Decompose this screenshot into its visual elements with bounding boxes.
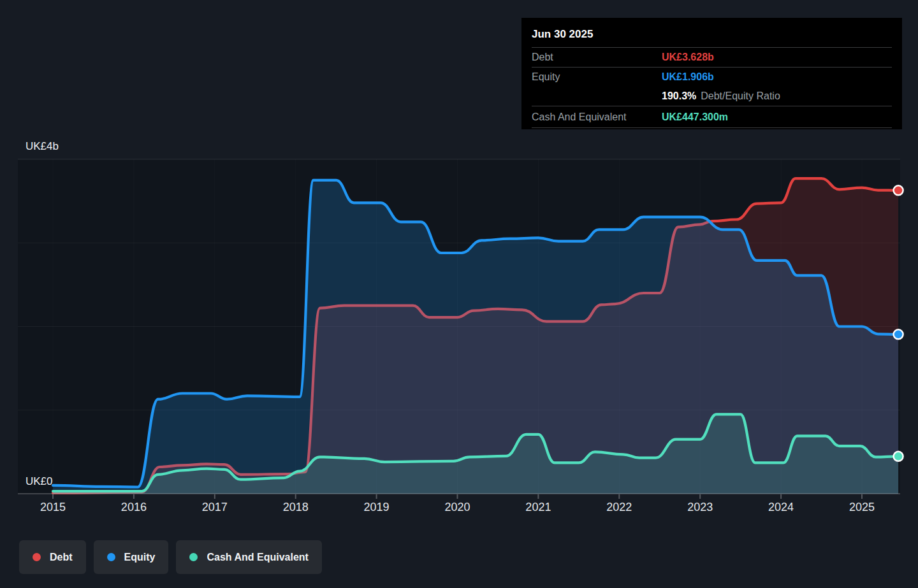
x-axis-label: 2018 (283, 501, 309, 514)
x-axis-label: 2022 (606, 501, 632, 514)
tooltip-debt-row: Debt UK£3.628b (532, 47, 892, 67)
x-axis-label: 2016 (121, 501, 147, 514)
x-axis-label: 2024 (768, 501, 794, 514)
x-axis-label: 2015 (40, 501, 66, 514)
tooltip-date: Jun 30 2025 (532, 24, 892, 47)
x-axis-label: 2021 (525, 501, 551, 514)
x-axis-label: 2020 (444, 501, 470, 514)
legend-equity-label: Equity (124, 552, 156, 563)
debt-series-dot-icon (33, 553, 41, 561)
tooltip-cash-label: Cash And Equivalent (532, 111, 662, 123)
legend-item-equity[interactable]: Equity (94, 540, 169, 574)
legend-item-debt[interactable]: Debt (19, 540, 86, 574)
tooltip-ratio-value: 190.3% (662, 90, 696, 102)
tooltip-debt-value: UK£3.628b (662, 52, 714, 63)
tooltip-equity-label: Equity (532, 71, 662, 83)
chart-tooltip: Jun 30 2025 Debt UK£3.628b Equity UK£1.9… (521, 18, 902, 129)
legend-cash-label: Cash And Equivalent (207, 552, 308, 563)
tooltip-equity-value: UK£1.906b (662, 71, 714, 83)
x-axis-label: 2019 (364, 501, 390, 514)
x-axis-label: 2017 (202, 501, 228, 514)
balance-sheet-history-chart: UK£4b UK£0 2015 2016 2017 2018 2019 2020… (0, 0, 918, 588)
chart-legend: Debt Equity Cash And Equivalent (19, 540, 322, 574)
tooltip-ratio-label: Debt/Equity Ratio (701, 90, 780, 102)
legend-debt-label: Debt (50, 552, 73, 563)
tooltip-equity-row: Equity UK£1.906b (532, 67, 892, 87)
tooltip-cash-value: UK£447.300m (662, 111, 728, 123)
tooltip-cash-row: Cash And Equivalent UK£447.300m (532, 106, 892, 128)
y-axis-label-zero: UK£0 (26, 475, 53, 488)
y-axis-label-top: UK£4b (26, 140, 59, 153)
legend-item-cash[interactable]: Cash And Equivalent (176, 540, 321, 574)
tooltip-ratio-row: 190.3% Debt/Equity Ratio (532, 87, 892, 106)
tooltip-debt-label: Debt (532, 52, 662, 63)
x-axis-label: 2023 (687, 501, 713, 514)
equity-series-dot-icon (107, 553, 115, 561)
x-axis-label: 2025 (849, 501, 875, 514)
cash-series-dot-icon (189, 553, 198, 561)
